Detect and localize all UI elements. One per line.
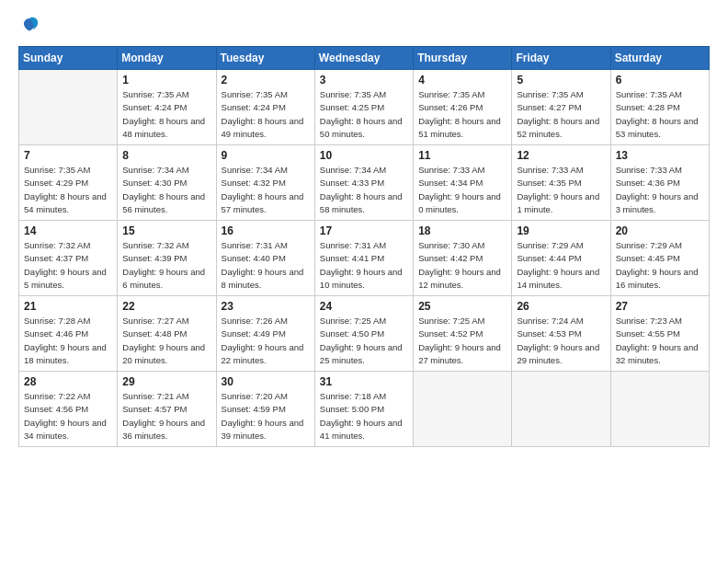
sunrise-text: Sunrise: 7:29 AM: [517, 239, 605, 252]
sunrise-text: Sunrise: 7:18 AM: [320, 390, 408, 403]
calendar-cell: 19Sunrise: 7:29 AMSunset: 4:44 PMDayligh…: [512, 221, 610, 296]
calendar-cell: 28Sunrise: 7:22 AMSunset: 4:56 PMDayligh…: [19, 372, 118, 447]
day-detail: Sunrise: 7:26 AMSunset: 4:49 PMDaylight:…: [222, 315, 310, 367]
day-detail: Sunrise: 7:25 AMSunset: 4:52 PMDaylight:…: [418, 315, 506, 367]
day-detail: Sunrise: 7:33 AMSunset: 4:35 PMDaylight:…: [517, 164, 605, 216]
week-row-0: 1Sunrise: 7:35 AMSunset: 4:24 PMDaylight…: [19, 70, 710, 145]
sunrise-text: Sunrise: 7:32 AM: [24, 239, 112, 252]
day-number: 10: [320, 149, 408, 162]
day-number: 12: [517, 149, 605, 162]
weekday-header-monday: Monday: [118, 47, 216, 70]
calendar-cell: 12Sunrise: 7:33 AMSunset: 4:35 PMDayligh…: [512, 145, 610, 221]
day-number: 8: [122, 149, 210, 162]
sunset-text: Sunset: 4:33 PM: [320, 177, 408, 190]
calendar-cell: 6Sunrise: 7:35 AMSunset: 4:28 PMDaylight…: [610, 70, 709, 145]
sunrise-text: Sunrise: 7:34 AM: [122, 164, 210, 177]
sunrise-text: Sunrise: 7:21 AM: [122, 390, 210, 403]
daylight-text: Daylight: 8 hours and 57 minutes.: [222, 190, 310, 217]
daylight-text: Daylight: 9 hours and 5 minutes.: [24, 266, 112, 293]
week-row-1: 7Sunrise: 7:35 AMSunset: 4:29 PMDaylight…: [19, 145, 710, 221]
day-detail: Sunrise: 7:24 AMSunset: 4:53 PMDaylight:…: [517, 315, 605, 367]
sunrise-text: Sunrise: 7:35 AM: [418, 88, 506, 101]
calendar-cell: 22Sunrise: 7:27 AMSunset: 4:48 PMDayligh…: [118, 296, 216, 372]
sunset-text: Sunset: 4:45 PM: [616, 252, 704, 265]
sunrise-text: Sunrise: 7:33 AM: [616, 164, 704, 177]
day-detail: Sunrise: 7:35 AMSunset: 4:24 PMDaylight:…: [222, 88, 310, 141]
day-number: 18: [418, 224, 506, 237]
sunset-text: Sunset: 4:36 PM: [616, 177, 704, 190]
sunset-text: Sunset: 4:44 PM: [517, 252, 605, 265]
calendar-cell: 26Sunrise: 7:24 AMSunset: 4:53 PMDayligh…: [512, 296, 610, 372]
week-row-4: 28Sunrise: 7:22 AMSunset: 4:56 PMDayligh…: [19, 372, 710, 447]
day-detail: Sunrise: 7:21 AMSunset: 4:57 PMDaylight:…: [122, 390, 210, 442]
calendar-cell: 25Sunrise: 7:25 AMSunset: 4:52 PMDayligh…: [414, 296, 512, 372]
day-number: 20: [616, 224, 704, 237]
calendar-table: SundayMondayTuesdayWednesdayThursdayFrid…: [18, 46, 710, 447]
calendar-cell: 23Sunrise: 7:26 AMSunset: 4:49 PMDayligh…: [216, 296, 314, 372]
daylight-text: Daylight: 9 hours and 3 minutes.: [616, 190, 704, 217]
sunrise-text: Sunrise: 7:35 AM: [517, 88, 605, 101]
daylight-text: Daylight: 9 hours and 8 minutes.: [222, 266, 310, 293]
daylight-text: Daylight: 8 hours and 49 minutes.: [222, 115, 310, 142]
daylight-text: Daylight: 9 hours and 14 minutes.: [517, 266, 605, 293]
daylight-text: Daylight: 9 hours and 34 minutes.: [24, 417, 112, 443]
day-number: 14: [24, 224, 112, 237]
sunrise-text: Sunrise: 7:35 AM: [222, 88, 310, 101]
sunrise-text: Sunrise: 7:29 AM: [616, 239, 704, 252]
sunrise-text: Sunrise: 7:31 AM: [320, 239, 408, 252]
daylight-text: Daylight: 9 hours and 6 minutes.: [122, 266, 210, 293]
daylight-text: Daylight: 9 hours and 32 minutes.: [616, 341, 704, 368]
calendar-cell: 7Sunrise: 7:35 AMSunset: 4:29 PMDaylight…: [19, 145, 118, 221]
day-detail: Sunrise: 7:35 AMSunset: 4:27 PMDaylight:…: [517, 88, 605, 141]
daylight-text: Daylight: 8 hours and 51 minutes.: [418, 115, 506, 142]
daylight-text: Daylight: 9 hours and 39 minutes.: [222, 417, 310, 443]
sunset-text: Sunset: 4:39 PM: [122, 252, 210, 265]
day-number: 3: [320, 74, 408, 86]
sunrise-text: Sunrise: 7:24 AM: [517, 315, 605, 327]
weekday-header-tuesday: Tuesday: [216, 47, 314, 70]
sunset-text: Sunset: 4:27 PM: [517, 101, 605, 114]
calendar-cell: 18Sunrise: 7:30 AMSunset: 4:42 PMDayligh…: [414, 221, 512, 296]
daylight-text: Daylight: 9 hours and 36 minutes.: [122, 417, 210, 443]
calendar-cell: 21Sunrise: 7:28 AMSunset: 4:46 PMDayligh…: [19, 296, 118, 372]
sunset-text: Sunset: 4:59 PM: [222, 403, 310, 416]
calendar-cell: 31Sunrise: 7:18 AMSunset: 5:00 PMDayligh…: [314, 372, 413, 447]
daylight-text: Daylight: 9 hours and 12 minutes.: [418, 266, 506, 293]
calendar-cell: 10Sunrise: 7:34 AMSunset: 4:33 PMDayligh…: [314, 145, 413, 221]
sunset-text: Sunset: 4:42 PM: [418, 252, 506, 265]
week-row-2: 14Sunrise: 7:32 AMSunset: 4:37 PMDayligh…: [19, 221, 710, 296]
day-number: 31: [320, 375, 408, 388]
weekday-header-friday: Friday: [512, 47, 610, 70]
day-detail: Sunrise: 7:35 AMSunset: 4:28 PMDaylight:…: [616, 88, 704, 141]
day-number: 25: [418, 300, 506, 313]
sunrise-text: Sunrise: 7:30 AM: [418, 239, 506, 252]
day-detail: Sunrise: 7:31 AMSunset: 4:40 PMDaylight:…: [222, 239, 310, 292]
day-detail: Sunrise: 7:32 AMSunset: 4:37 PMDaylight:…: [24, 239, 112, 292]
day-number: 22: [122, 300, 210, 313]
sunset-text: Sunset: 4:48 PM: [122, 327, 210, 340]
daylight-text: Daylight: 9 hours and 0 minutes.: [418, 190, 506, 217]
day-detail: Sunrise: 7:35 AMSunset: 4:24 PMDaylight:…: [122, 88, 210, 141]
daylight-text: Daylight: 8 hours and 56 minutes.: [122, 190, 210, 217]
header: [18, 15, 710, 37]
day-number: 1: [122, 74, 210, 86]
day-detail: Sunrise: 7:33 AMSunset: 4:34 PMDaylight:…: [418, 164, 506, 216]
daylight-text: Daylight: 9 hours and 29 minutes.: [517, 341, 605, 368]
sunrise-text: Sunrise: 7:34 AM: [222, 164, 310, 177]
calendar-cell: 14Sunrise: 7:32 AMSunset: 4:37 PMDayligh…: [19, 221, 118, 296]
daylight-text: Daylight: 8 hours and 52 minutes.: [517, 115, 605, 142]
calendar-cell: 17Sunrise: 7:31 AMSunset: 4:41 PMDayligh…: [314, 221, 413, 296]
daylight-text: Daylight: 8 hours and 53 minutes.: [616, 115, 704, 142]
sunset-text: Sunset: 4:26 PM: [418, 101, 506, 114]
logo-icon: [18, 15, 40, 37]
day-number: 6: [616, 74, 704, 86]
sunrise-text: Sunrise: 7:35 AM: [320, 88, 408, 101]
daylight-text: Daylight: 9 hours and 25 minutes.: [320, 341, 408, 368]
sunrise-text: Sunrise: 7:23 AM: [616, 315, 704, 327]
sunrise-text: Sunrise: 7:35 AM: [616, 88, 704, 101]
day-detail: Sunrise: 7:34 AMSunset: 4:32 PMDaylight:…: [222, 164, 310, 216]
sunrise-text: Sunrise: 7:32 AM: [122, 239, 210, 252]
sunrise-text: Sunrise: 7:22 AM: [24, 390, 112, 403]
daylight-text: Daylight: 9 hours and 22 minutes.: [222, 341, 310, 368]
calendar-cell: 24Sunrise: 7:25 AMSunset: 4:50 PMDayligh…: [314, 296, 413, 372]
